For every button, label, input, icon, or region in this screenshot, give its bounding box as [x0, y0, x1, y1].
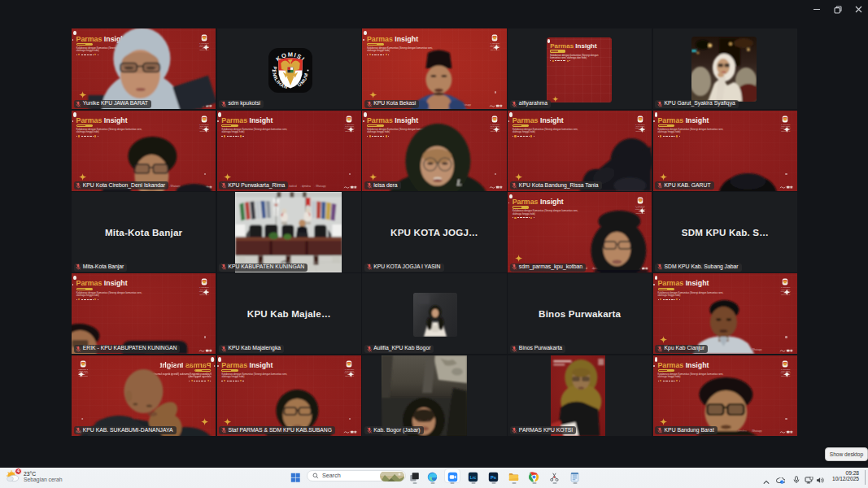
svg-text:L: L [456, 177, 462, 187]
svg-text:Ps: Ps [491, 475, 496, 480]
svg-text:Lrc: Lrc [470, 475, 477, 479]
svg-text:i: i [782, 481, 783, 484]
